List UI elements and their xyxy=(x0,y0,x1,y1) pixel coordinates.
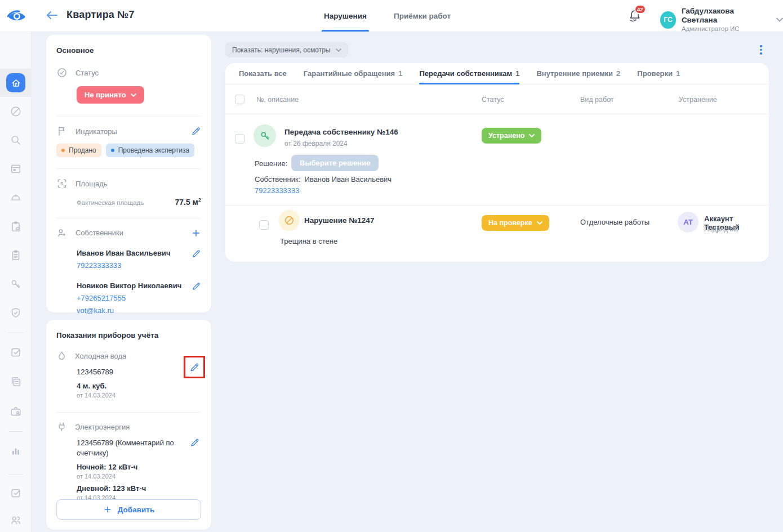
electricity-night-value: Ночной: 12 кВт-ч xyxy=(77,463,201,471)
back-arrow-icon[interactable] xyxy=(45,10,59,21)
sidebar-item-security[interactable] xyxy=(10,307,22,319)
sidebar-item-analytics[interactable] xyxy=(10,445,22,457)
table-row-violation: Нарушение №1247 Трещина в стене На прове… xyxy=(225,205,769,261)
water-droplet-icon xyxy=(56,351,67,361)
flag-icon xyxy=(56,126,68,137)
status-dropdown[interactable]: Не принято xyxy=(77,86,144,104)
owner-row: Новиков Виктор Николаевич +79265217555 v… xyxy=(77,281,201,315)
tab-internal-acceptances[interactable]: Внутренние приемки2 xyxy=(536,63,620,84)
add-meter-button[interactable]: Добавить xyxy=(56,499,201,520)
sidebar-item-violations[interactable] xyxy=(10,105,22,118)
area-section-label: Площадь xyxy=(75,180,108,188)
tab-warranty-requests[interactable]: Гарантийные обращения1 xyxy=(304,63,403,84)
sidebar-item-keys[interactable] xyxy=(10,278,22,290)
user-menu[interactable]: ГС Габдулхакова Светлана Администратор И… xyxy=(660,7,783,33)
electricity-night-date: от 14.03.2024 xyxy=(77,473,201,480)
sidebar-item-construction[interactable] xyxy=(10,191,22,204)
transfer-key-icon xyxy=(253,124,276,147)
electricity-label: Электроэнергия xyxy=(75,423,130,431)
cold-water-label: Холодная вода xyxy=(75,352,126,360)
chevron-down-icon xyxy=(131,93,136,97)
show-filter-dropdown[interactable]: Показать: нарушения, осмотры xyxy=(225,42,348,57)
owner-person-icon xyxy=(56,227,68,239)
plus-icon xyxy=(191,228,201,238)
sidebar-item-search[interactable] xyxy=(10,134,22,146)
status-dropdown-review[interactable]: На проверке xyxy=(482,215,549,231)
rail-divider xyxy=(8,333,24,333)
info-card-title: Основное xyxy=(56,46,201,55)
column-elimination: Устранение xyxy=(679,96,717,104)
notifications-bell[interactable]: 42 xyxy=(629,8,644,24)
sidebar-item-inspections[interactable] xyxy=(10,221,22,233)
chevron-down-icon xyxy=(529,134,535,137)
owner-name: Иванов Иван Васильевич xyxy=(77,249,171,257)
chevron-down-icon xyxy=(537,221,542,225)
row-date: от 26 февраля 2024 xyxy=(284,140,348,147)
owner-phone-link[interactable]: +79265217555 xyxy=(77,294,126,302)
violations-panel: Показать все Гарантийные обращения1 Пере… xyxy=(225,63,769,262)
chevron-down-icon xyxy=(776,17,783,22)
area-icon: S xyxy=(56,178,68,189)
sidebar-item-board[interactable] xyxy=(10,163,22,175)
owners-section-label: Собственники xyxy=(75,229,123,237)
column-status: Статус xyxy=(482,96,504,104)
clipboard-icon xyxy=(10,249,22,262)
header-tabs: Нарушения Приёмки работ xyxy=(324,0,451,32)
key-icon xyxy=(10,278,22,290)
owner-phone-link[interactable]: 79223333333 xyxy=(255,186,300,195)
row-checkbox[interactable] xyxy=(235,134,244,144)
tab-show-all[interactable]: Показать все xyxy=(239,63,287,84)
select-all-checkbox[interactable] xyxy=(235,95,244,104)
filter-tabs: Показать все Гарантийные обращения1 Пере… xyxy=(225,63,769,84)
row-title[interactable]: Передача собственнику №146 xyxy=(284,128,398,136)
hardhat-icon xyxy=(10,191,22,204)
status-dropdown-resolved[interactable]: Устранено xyxy=(482,128,541,144)
owner-phone-link[interactable]: 79223333333 xyxy=(77,261,122,270)
edit-cold-water-button[interactable] xyxy=(189,362,200,373)
tab-work-acceptances[interactable]: Приёмки работ xyxy=(394,0,451,32)
sidebar-item-documents[interactable] xyxy=(10,249,22,262)
user-name: Габдулхакова Светлана xyxy=(682,7,763,25)
edit-owner-button[interactable] xyxy=(192,281,201,315)
briefcase-user-icon xyxy=(10,405,22,418)
chevron-down-icon xyxy=(336,48,341,52)
work-type-value: Отделочные работы xyxy=(580,218,649,226)
owner-email-link[interactable]: vot@kak.ru xyxy=(77,306,114,315)
pencil-icon xyxy=(190,437,200,448)
owner-inline: Собственник: Иванов Иван Васильевич xyxy=(255,175,392,184)
violation-ban-icon xyxy=(279,210,300,231)
check-circle-icon xyxy=(56,67,68,78)
owner-row: Иванов Иван Васильевич 79223333333 xyxy=(77,249,201,270)
edit-indicators-button[interactable] xyxy=(191,126,201,136)
sidebar-item-users[interactable] xyxy=(10,514,22,526)
sidebar-item-home[interactable] xyxy=(6,73,25,92)
indicator-tag-expertise: Проведена экспертиза xyxy=(106,144,194,157)
row-title[interactable]: Нарушение №1247 xyxy=(304,216,374,225)
bar-chart-icon xyxy=(10,445,22,457)
sidebar-item-checklists[interactable] xyxy=(10,487,22,499)
sidebar-item-tasks[interactable] xyxy=(10,346,22,359)
rail-divider xyxy=(8,474,24,475)
cold-water-date: от 14.03.2024 xyxy=(77,392,201,399)
add-owner-button[interactable] xyxy=(191,228,201,238)
user-role: Администратор ИС xyxy=(682,25,763,33)
indicator-tag-sold: Продано xyxy=(56,144,101,157)
tab-checks[interactable]: Проверки1 xyxy=(637,63,680,84)
actual-area-value: 77.5 м2 xyxy=(175,197,201,207)
more-options-button[interactable] xyxy=(758,45,764,55)
violation-description: Трещина в стене xyxy=(280,237,337,245)
row-checkbox[interactable] xyxy=(259,220,269,230)
page-title: Квартира №7 xyxy=(66,9,135,21)
sidebar-item-contractors[interactable] xyxy=(10,405,22,418)
tab-owner-transfers[interactable]: Передачи собственникам1 xyxy=(419,63,519,84)
tab-violations[interactable]: Нарушения xyxy=(324,0,367,32)
edit-electricity-button[interactable] xyxy=(190,437,200,448)
sidebar-item-templates[interactable] xyxy=(10,375,22,388)
cold-water-volume: 4 м. куб. xyxy=(77,382,201,390)
assignee-avatar: АТ xyxy=(678,212,699,233)
copy-docs-icon xyxy=(10,375,22,388)
choose-decision-button[interactable]: Выберите решение xyxy=(291,155,379,171)
app-logo-eye-icon[interactable] xyxy=(7,9,26,23)
edit-owner-button[interactable] xyxy=(192,249,201,270)
electricity-day-value: Дневной: 123 кВт-ч xyxy=(77,484,201,493)
